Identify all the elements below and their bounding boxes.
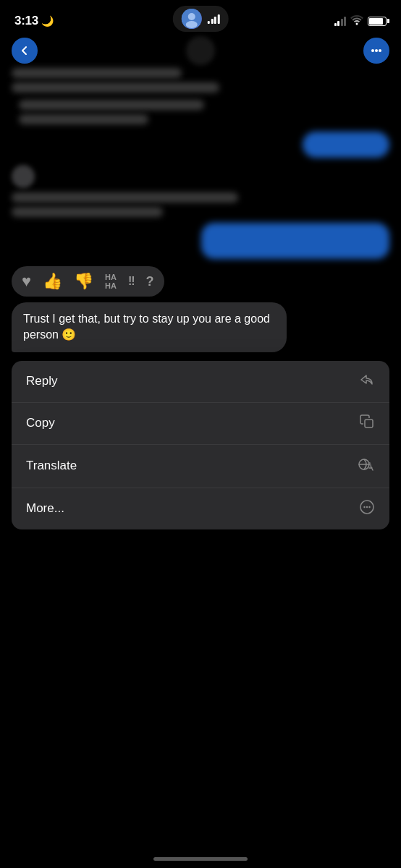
action-button[interactable] [363, 38, 389, 64]
copy-label: Copy [26, 416, 55, 430]
contact-avatar [182, 9, 202, 29]
svg-rect-6 [365, 420, 373, 427]
back-button[interactable] [12, 38, 38, 64]
battery-icon [368, 17, 387, 26]
music-bars [208, 14, 220, 24]
reaction-heart[interactable]: ♥ [22, 272, 31, 291]
status-time: 3:13 [14, 14, 38, 28]
nav-area [0, 36, 401, 68]
svg-point-11 [366, 506, 368, 508]
translate-label: Translate [26, 459, 77, 473]
status-bar: 3:13 🌙 [0, 0, 401, 36]
svg-text:A: A [368, 461, 372, 467]
home-indicator [153, 857, 248, 861]
reply-menu-item[interactable]: Reply [12, 361, 389, 403]
message-text: Trust I get that, but try to stay up you… [23, 312, 270, 341]
reaction-thumbsup[interactable]: 👍 [43, 272, 62, 291]
reaction-question[interactable]: ? [146, 274, 154, 289]
more-icon [359, 499, 375, 519]
wifi-icon [350, 15, 363, 27]
dynamic-island [173, 6, 229, 32]
more-label: More... [26, 501, 64, 516]
svg-point-10 [363, 506, 365, 508]
svg-point-3 [375, 49, 378, 52]
reaction-exclaim[interactable]: !! [128, 275, 135, 288]
svg-point-1 [188, 13, 195, 20]
svg-point-12 [368, 506, 370, 508]
reaction-thumbsdown[interactable]: 👎 [74, 272, 93, 291]
status-icons [334, 15, 387, 27]
moon-icon: 🌙 [41, 15, 54, 27]
message-bubble: Trust I get that, but try to stay up you… [12, 302, 287, 352]
svg-point-5 [379, 49, 381, 52]
reply-label: Reply [26, 374, 57, 388]
cellular-signal [334, 16, 347, 26]
reaction-bar: ♥ 👍 👎 HAHA !! ? [12, 266, 164, 297]
svg-point-2 [186, 21, 198, 28]
translate-icon: A [358, 456, 375, 477]
reaction-haha[interactable]: HAHA [105, 273, 117, 290]
svg-point-4 [371, 49, 374, 52]
more-menu-item[interactable]: More... [12, 488, 389, 529]
blurred-chat-bg [0, 68, 401, 259]
copy-menu-item[interactable]: Copy [12, 403, 389, 445]
copy-icon [359, 414, 375, 433]
translate-menu-item[interactable]: Translate A [12, 445, 389, 488]
context-menu: Reply Copy Translate A More... [12, 361, 389, 529]
reply-icon [359, 372, 375, 391]
contact-avatar-large [186, 36, 215, 65]
